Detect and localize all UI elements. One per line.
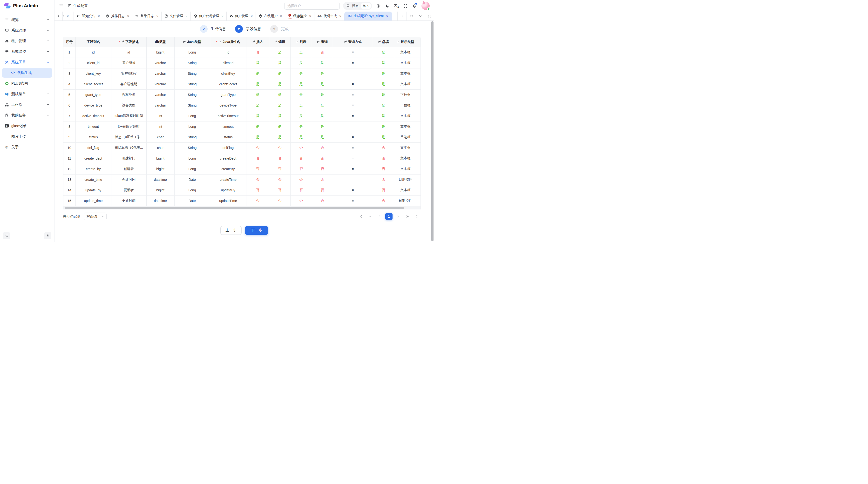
tab-cache-monitor[interactable]: redis缓存监控× [285, 11, 314, 21]
cell-query_mode[interactable]: = [333, 164, 373, 174]
cell-query[interactable]: 否 [312, 174, 333, 185]
horizontal-scrollbar-thumb[interactable] [65, 207, 404, 209]
cell-edit[interactable]: 是 [269, 100, 290, 110]
cell-query[interactable]: 否 [312, 153, 333, 164]
tab-notice[interactable]: 通知公告× [74, 11, 103, 21]
tab-clipped[interactable]: × [63, 11, 74, 21]
cell-edit[interactable]: 否 [269, 164, 290, 174]
cell-column_desc[interactable]: 更新者 [111, 185, 146, 195]
content-fullscreen-icon[interactable] [425, 11, 434, 21]
sidebar-item-plus-site[interactable]: PLUS官网 [2, 78, 52, 88]
cell-column_desc[interactable]: 创建部门 [111, 153, 146, 164]
cell-display_type[interactable]: 日期控件 [394, 195, 417, 206]
cell-column_desc[interactable]: 客户端秘钥 [111, 79, 146, 90]
cell-java_type[interactable]: String [174, 68, 210, 79]
cell-required[interactable]: 否 [373, 185, 394, 195]
notification-bell-icon[interactable] [411, 3, 417, 9]
cell-insert[interactable]: 否 [246, 47, 269, 58]
cell-java_attr[interactable]: createBy [210, 164, 246, 174]
cell-query[interactable]: 是 [312, 68, 333, 79]
cell-list[interactable]: 否 [290, 142, 312, 153]
sidebar-item-about[interactable]: ©关于 [2, 142, 52, 152]
cell-column_desc[interactable]: 更新时间 [111, 195, 146, 206]
cell-java_type[interactable]: Long [174, 185, 210, 195]
cell-insert[interactable]: 否 [246, 164, 269, 174]
tab-gen-config[interactable]: 生成配置: sys_client× [344, 11, 392, 21]
tab-op-log[interactable]: 操作日志× [103, 11, 132, 21]
cell-list[interactable]: 否 [290, 153, 312, 164]
tab-close-icon[interactable]: × [339, 14, 341, 18]
cell-list[interactable]: 是 [290, 132, 312, 142]
hamburger-menu-button[interactable] [58, 3, 64, 9]
sidebar-item-code-gen[interactable]: </>代码生成 [2, 68, 52, 77]
tab-tenant-package[interactable]: 租户套餐管理× [191, 11, 227, 21]
prev-step-button[interactable]: 上一步 [220, 226, 242, 235]
next-5-pages-button[interactable] [404, 213, 411, 220]
cell-java_type[interactable]: String [174, 79, 210, 90]
cell-java_type[interactable]: String [174, 58, 210, 68]
cell-display_type[interactable]: 文本框 [394, 58, 417, 68]
cell-edit[interactable]: 否 [269, 153, 290, 164]
cell-edit[interactable]: 否 [269, 142, 290, 153]
last-page-button[interactable] [413, 213, 421, 220]
cell-insert[interactable]: 是 [246, 68, 269, 79]
cell-column_desc[interactable]: 客户端key [111, 68, 146, 79]
cell-query[interactable]: 是 [312, 132, 333, 142]
cell-insert[interactable]: 是 [246, 132, 269, 142]
cell-query_mode[interactable]: = [333, 47, 373, 58]
cell-query_mode[interactable]: = [333, 195, 373, 206]
cell-query[interactable]: 是 [312, 100, 333, 110]
cell-java_attr[interactable]: clientId [210, 58, 246, 68]
cell-edit[interactable]: 是 [269, 58, 290, 68]
tab-close-icon[interactable]: × [222, 14, 223, 18]
cell-query_mode[interactable]: = [333, 153, 373, 164]
cell-display_type[interactable]: 文本框 [394, 68, 417, 79]
cell-java_attr[interactable]: deviceType [210, 100, 246, 110]
cell-java_attr[interactable]: grantType [210, 90, 246, 100]
col-header-java_attr[interactable]: *Java属性名 [210, 37, 246, 47]
cell-java_attr[interactable]: createTime [210, 174, 246, 185]
refresh-tab-icon[interactable] [406, 11, 416, 21]
cell-required[interactable]: 是 [373, 100, 394, 110]
window-vertical-scrollbar-thumb[interactable] [431, 21, 434, 241]
cell-edit[interactable]: 是 [269, 68, 290, 79]
cell-list[interactable]: 是 [290, 100, 312, 110]
cell-edit[interactable]: 是 [269, 90, 290, 100]
current-page-button[interactable]: 1 [385, 213, 393, 220]
tab-code-generate[interactable]: </>代码生成× [314, 11, 345, 21]
cell-java_type[interactable]: Long [174, 164, 210, 174]
cell-list[interactable]: 是 [290, 90, 312, 100]
cell-edit[interactable]: 是 [269, 47, 290, 58]
cell-display_type[interactable]: 下拉框 [394, 90, 417, 100]
cell-column_desc[interactable]: 状态（0正常 1停... [111, 132, 146, 142]
cell-edit[interactable]: 是 [269, 121, 290, 132]
cell-display_type[interactable]: 文本框 [394, 185, 417, 195]
settings-gear-icon[interactable] [375, 3, 382, 9]
cell-edit[interactable]: 否 [269, 185, 290, 195]
cell-java_attr[interactable]: delFlag [210, 142, 246, 153]
cell-column_desc[interactable]: 删除标志（0代表... [111, 142, 146, 153]
page-size-select[interactable]: 20条/页 [84, 213, 106, 220]
cell-query_mode[interactable]: = [333, 142, 373, 153]
sidebar-pin-button[interactable] [44, 232, 51, 239]
sidebar-item-test-menu[interactable]: 测试菜单 [2, 89, 52, 99]
tab-online-users[interactable]: 在线用户× [256, 11, 285, 21]
cell-java_type[interactable]: Long [174, 47, 210, 58]
avatar[interactable] [422, 2, 430, 10]
cell-list[interactable]: 否 [290, 164, 312, 174]
cell-query[interactable]: 是 [312, 90, 333, 100]
cell-query[interactable]: 否 [312, 47, 333, 58]
cell-query[interactable]: 否 [312, 164, 333, 174]
cell-insert[interactable]: 否 [246, 174, 269, 185]
sidebar-collapse-button[interactable] [3, 232, 10, 239]
cell-insert[interactable]: 否 [246, 185, 269, 195]
cell-display_type[interactable]: 文本框 [394, 121, 417, 132]
cell-column_desc[interactable]: id [111, 47, 146, 58]
cell-query[interactable]: 是 [312, 79, 333, 90]
tab-close-icon[interactable]: × [251, 14, 253, 18]
prev-5-pages-button[interactable] [367, 213, 374, 220]
tab-login-log[interactable]: 登录日志× [132, 11, 161, 21]
dark-mode-moon-icon[interactable] [384, 3, 391, 9]
cell-column_desc[interactable]: token固定超时 [111, 121, 146, 132]
sidebar-item-workflow[interactable]: 工作流 [2, 100, 52, 109]
